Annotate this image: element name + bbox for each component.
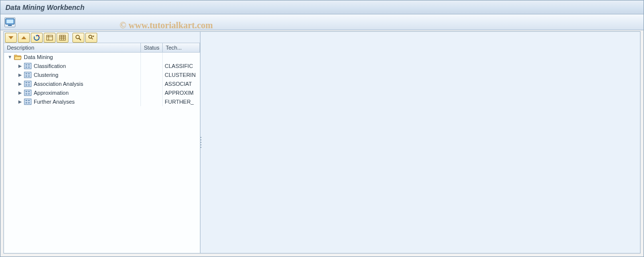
find-next-button[interactable]	[85, 33, 97, 43]
tree-node-label: Further Analyses	[34, 99, 75, 105]
app-toolbar	[0, 14, 644, 30]
expander-expand-icon[interactable]: ▶	[17, 90, 23, 96]
tree-node-tech: FURTHER_	[163, 99, 200, 105]
tree-row[interactable]: ▶ Approximation APPROXIM	[4, 88, 200, 97]
svg-point-3	[38, 35, 40, 37]
svg-rect-2	[8, 25, 12, 26]
tree-node-tech: APPROXIM	[163, 90, 200, 96]
refresh-icon	[33, 34, 40, 41]
svg-rect-7	[60, 35, 65, 40]
find-next-icon	[88, 34, 95, 41]
find-button[interactable]	[72, 33, 84, 43]
expand-all-icon	[7, 34, 14, 41]
column-header-status[interactable]: Status	[141, 43, 163, 52]
collapse-all-button[interactable]	[18, 33, 30, 43]
expand-all-button[interactable]	[5, 33, 17, 43]
svg-rect-23	[28, 73, 30, 74]
column-header-description[interactable]: Description	[4, 43, 141, 52]
svg-rect-16	[24, 63, 31, 68]
svg-rect-32	[25, 91, 27, 92]
tree-row[interactable]: ▶ Further Analyses FURTHER_	[4, 97, 200, 106]
page-title: Data Mining Workbench	[5, 3, 84, 11]
svg-rect-18	[28, 64, 30, 65]
tree-row[interactable]: ▶ Classification CLASSIFIC	[4, 62, 200, 70]
tree-toolbar	[4, 32, 200, 43]
svg-rect-35	[28, 93, 30, 94]
expander-expand-icon[interactable]: ▶	[17, 63, 23, 69]
svg-rect-1	[6, 19, 13, 23]
svg-rect-29	[25, 84, 27, 85]
object-icon	[24, 98, 32, 105]
app-window: Data Mining Workbench	[0, 0, 644, 257]
refresh-button[interactable]	[31, 33, 43, 43]
column-config-button[interactable]	[57, 33, 68, 43]
svg-rect-40	[28, 102, 30, 103]
left-pane: Description Status Tech... ▼ Data Mining	[4, 32, 200, 253]
expander-expand-icon[interactable]: ▶	[17, 72, 23, 78]
svg-rect-36	[24, 99, 31, 104]
tree-row[interactable]: ▶ Clustering CLUSTERIN	[4, 70, 200, 79]
splitter-handle[interactable]	[200, 136, 202, 148]
select-layout-icon	[46, 34, 53, 41]
svg-rect-38	[28, 100, 30, 101]
svg-point-12	[76, 35, 79, 39]
svg-line-15	[91, 38, 93, 39]
svg-rect-31	[24, 90, 31, 95]
tree-node-label: Approximation	[34, 90, 68, 96]
svg-rect-24	[25, 75, 27, 76]
tree-node-tech: CLASSIFIC	[163, 63, 200, 69]
column-config-icon	[59, 34, 66, 41]
expander-expand-icon[interactable]: ▶	[17, 81, 23, 87]
tree-row-root[interactable]: ▼ Data Mining	[4, 53, 200, 62]
object-icon	[24, 71, 32, 78]
svg-rect-25	[28, 75, 30, 76]
svg-rect-22	[25, 73, 27, 74]
object-icon	[24, 89, 32, 96]
collapse-all-icon	[20, 34, 27, 41]
object-icon	[24, 80, 32, 87]
svg-rect-20	[28, 66, 30, 67]
right-pane	[200, 32, 640, 253]
svg-rect-26	[24, 81, 31, 86]
titlebar: Data Mining Workbench	[0, 0, 644, 14]
svg-rect-19	[25, 66, 27, 67]
display-button[interactable]	[4, 17, 15, 27]
svg-rect-21	[24, 72, 31, 77]
select-layout-button[interactable]	[44, 33, 56, 43]
display-icon	[5, 17, 15, 27]
svg-line-13	[79, 38, 81, 40]
svg-rect-17	[25, 64, 27, 65]
svg-rect-37	[25, 100, 27, 101]
svg-rect-28	[28, 82, 30, 83]
svg-rect-39	[25, 102, 27, 103]
tree-node-label: Association Analysis	[34, 81, 83, 87]
column-header-tech[interactable]: Tech...	[163, 43, 200, 52]
expander-collapse-icon[interactable]: ▼	[7, 54, 13, 60]
svg-rect-27	[25, 82, 27, 83]
find-icon	[75, 34, 82, 41]
expander-expand-icon[interactable]: ▶	[17, 99, 23, 105]
folder-open-icon	[14, 54, 22, 61]
svg-rect-34	[25, 93, 27, 94]
content-area: Description Status Tech... ▼ Data Mining	[3, 31, 641, 254]
svg-rect-4	[47, 35, 53, 40]
tree-node-tech: CLUSTERIN	[163, 72, 200, 78]
svg-rect-30	[28, 84, 30, 85]
svg-rect-33	[28, 91, 30, 92]
object-icon	[24, 63, 32, 69]
tree-row[interactable]: ▶ Association Analysis ASSOCIAT	[4, 79, 200, 88]
tree-node-label: Clustering	[34, 72, 59, 78]
tree-header: Description Status Tech...	[4, 43, 200, 53]
tree-node-label: Data Mining	[24, 54, 53, 60]
tree-node-tech: ASSOCIAT	[163, 81, 200, 87]
tree-body[interactable]: ▼ Data Mining ▶	[4, 53, 200, 253]
tree-node-label: Classification	[34, 63, 66, 69]
